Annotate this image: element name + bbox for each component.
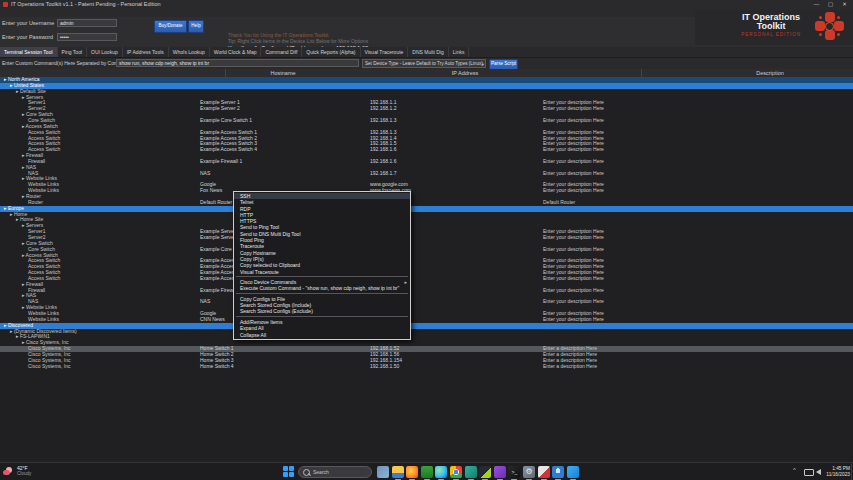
menu-separator	[236, 293, 408, 294]
password-label: Enter your Password	[2, 34, 53, 40]
column-divider	[225, 69, 226, 77]
remote-desktop-icon[interactable]	[538, 466, 550, 478]
column-header-description[interactable]: Description	[756, 69, 784, 77]
buy-donate-button[interactable]: Buy/Donate	[154, 20, 187, 33]
title-bar: IT Operations Toolkit v1.1 - Patent Pend…	[0, 0, 853, 9]
file-explorer-icon[interactable]	[392, 466, 404, 478]
settings-gear-icon-glyph: ⚙	[523, 466, 535, 478]
branding-panel: IT Operations Toolkit PERSONAL EDITION	[695, 10, 853, 45]
tab-ping-tool[interactable]: Ping Tool	[58, 47, 87, 57]
brand-title-line2: Toolkit	[741, 22, 801, 31]
context-menu: SSHTelnetRDPHTTPHTTPSSend to Ping ToolSe…	[233, 191, 411, 340]
ip-cell: 192.168.1.50	[370, 364, 399, 370]
menu-separator	[236, 276, 408, 277]
weather-cloud-icon	[3, 466, 14, 477]
tab-oui-lookup[interactable]: OUI Lookup	[87, 47, 123, 57]
taskbar-clock[interactable]: 1:45 PM 11/16/2023	[822, 466, 850, 478]
username-input[interactable]: admin	[57, 19, 117, 27]
tab-ip-address-tools[interactable]: IP Address Tools	[123, 47, 169, 57]
purple-app-icon[interactable]	[494, 466, 506, 478]
tab-visual-traceroute[interactable]: Visual Traceroute	[361, 47, 409, 57]
search-icon	[303, 469, 310, 476]
teal-app-icon[interactable]	[465, 466, 477, 478]
start-button[interactable]	[283, 466, 295, 478]
device-type-value: Set Device Type - Leave Default to Try A…	[365, 61, 483, 66]
taskbar-search[interactable]: Search	[298, 466, 372, 478]
context-menu-item-collapse-all[interactable]: Collapse All	[234, 332, 410, 338]
context-menu-item-execute-custom-command-show-run-show-cdp[interactable]: Execute Custom Command - "show run, show…	[234, 285, 410, 291]
description-cell: Enter a description Here	[543, 364, 597, 370]
chrome-icon[interactable]	[450, 466, 462, 478]
status-line-2: Tip: Right Click Items in the Device Lis…	[228, 38, 368, 44]
cmd-icon[interactable]: >_	[508, 466, 520, 478]
device-type-dropdown[interactable]: Set Device Type - Leave Default to Try A…	[362, 59, 486, 68]
brand-edition: PERSONAL EDITION	[741, 31, 801, 38]
tab-links[interactable]: Links	[449, 47, 470, 57]
cmd-icon-glyph: >_	[508, 466, 520, 478]
tab-world-clock-map[interactable]: World Clock & Map	[210, 47, 262, 57]
help-button[interactable]: Help	[188, 20, 204, 33]
taskbar: 42°F Cloudy Search ^ 1:45 PM 11/16/2023 …	[0, 462, 853, 480]
window-title: IT Operations Toolkit v1.1 - Patent Pend…	[11, 0, 161, 9]
column-divider	[641, 69, 642, 77]
toolkit-gear-logo-icon	[815, 12, 845, 42]
context-menu-item-visual-traceroute[interactable]: Visual Traceroute	[234, 269, 410, 275]
custom-command-input[interactable]: show run, show cdp neigh, show ip int br	[116, 59, 359, 67]
chevron-down-icon: ▾	[482, 61, 484, 68]
settings-gear-icon[interactable]: ⚙	[523, 466, 535, 478]
contacts-icon[interactable]	[552, 466, 564, 478]
vm-console-icon[interactable]	[421, 466, 433, 478]
tab-whois-lookup[interactable]: WhoIs Lookup	[169, 47, 210, 57]
edge-icon[interactable]	[435, 466, 447, 478]
tab-quick-reports-alpha[interactable]: Quick Reports (Alpha)	[302, 47, 360, 57]
firefox-icon[interactable]	[406, 466, 418, 478]
tab-dns-multi-dig[interactable]: DNS Multi Dig	[408, 47, 448, 57]
clock-date: 11/16/2023	[822, 472, 850, 478]
app-icon	[3, 2, 8, 7]
tab-terminal-session-tool[interactable]: Terminal Session Tool	[0, 47, 58, 57]
column-header-ip[interactable]: IP Address	[452, 69, 479, 77]
tree-row-device[interactable]: Cisco Systems, IncHome Switch 4192.168.1…	[0, 364, 853, 370]
device-tree: ▸ North America▸ United States▸ Default …	[0, 77, 853, 462]
weather-widget[interactable]: 42°F Cloudy	[3, 465, 31, 477]
command-bar: Enter Custom Command(s) Here Separated b…	[0, 58, 853, 69]
tab-command-diff[interactable]: Command Diff	[261, 47, 302, 57]
capture-app-icon[interactable]	[479, 466, 491, 478]
maximize-button[interactable]: ▢	[824, 0, 837, 9]
menu-separator	[236, 316, 408, 317]
tree-label: Cisco Systems, Inc	[28, 364, 71, 370]
hostname-cell: Home Switch 4	[200, 364, 234, 370]
minimize-button[interactable]: —	[810, 0, 823, 9]
tab-bar: Terminal Session ToolPing ToolOUI Lookup…	[0, 47, 853, 58]
search-label: Search	[313, 469, 329, 475]
custom-command-label: Enter Custom Command(s) Here Separated b…	[2, 58, 129, 69]
network-icon[interactable]	[804, 469, 814, 476]
volume-icon[interactable]	[816, 469, 821, 475]
context-menu-item-search-stored-configs-exclude[interactable]: Search Stored Configs (Exclude)	[234, 308, 410, 314]
vscode-icon[interactable]	[567, 466, 579, 478]
tray-chevron-up-icon[interactable]: ^	[793, 467, 796, 473]
widgets-icon[interactable]	[377, 466, 389, 478]
username-label: Enter your Username	[2, 20, 54, 26]
column-header-hostname[interactable]: Hostname	[270, 69, 295, 77]
close-button[interactable]: ✕	[838, 0, 851, 9]
weather-condition: Cloudy	[17, 471, 31, 477]
password-input[interactable]: •••••	[57, 33, 117, 41]
app-window: IT Operations Toolkit v1.1 - Patent Pend…	[0, 0, 853, 480]
